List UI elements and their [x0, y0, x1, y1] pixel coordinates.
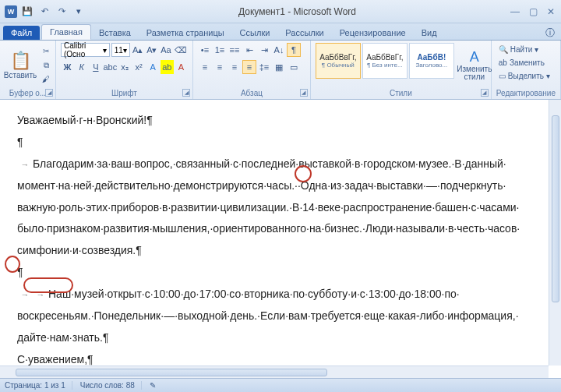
- style-no-spacing[interactable]: АаБбВвГг, ¶ Без инте...: [362, 43, 408, 79]
- numbering-icon[interactable]: 1≡: [213, 43, 227, 57]
- para-body-2[interactable]: →→Наш·музей·открыт·с·10:00·до·17:00·со·в…: [17, 284, 544, 305]
- style-preview: АаБбВвГг,: [366, 53, 403, 62]
- tab-file[interactable]: Файл: [3, 26, 40, 40]
- tab-home[interactable]: Главная: [41, 24, 91, 40]
- replace-label: Заменить: [510, 58, 545, 67]
- highlight-icon[interactable]: ab: [161, 60, 174, 74]
- align-left-icon[interactable]: ≡: [198, 60, 212, 74]
- clear-format-icon[interactable]: ⌫: [174, 43, 188, 57]
- indent-icon[interactable]: ⇥: [257, 43, 271, 57]
- tab-page-layout[interactable]: Разметка страницы: [139, 26, 232, 40]
- clipboard-dialog-launcher[interactable]: ◢: [45, 89, 53, 97]
- group-font: Calibri (Осно ▾ 11 ▾ A▴ A▾ Aa ⌫ Ж К Ч ab…: [56, 41, 193, 99]
- group-editing: 🔍Найти ▾ abЗаменить ▭Выделить ▾ Редактир…: [492, 41, 561, 99]
- save-icon[interactable]: 💾: [20, 5, 34, 19]
- font-dialog-launcher[interactable]: ◢: [182, 89, 190, 97]
- para-body-1[interactable]: →Благодарим·за·ваш·вопрос,·связанный·с·п…: [17, 154, 544, 175]
- para-body-1d[interactable]: было·признаком·развития·мышления,·ориент…: [17, 219, 544, 239]
- vscroll-thumb[interactable]: [552, 115, 559, 302]
- undo-icon[interactable]: ↶: [37, 5, 51, 19]
- subscript-button[interactable]: x₂: [118, 60, 131, 74]
- group-clipboard: 📋 Вставить ✂ ⧉ 🖌 Буфер о... ◢: [0, 41, 56, 99]
- qat-dropdown-icon[interactable]: ▾: [72, 5, 86, 19]
- styles-gallery[interactable]: АаБбВвГг, ¶ Обычный АаБбВвГг, ¶ Без инте…: [316, 43, 454, 79]
- annotation-circle-2: [5, 256, 20, 273]
- para-body-1e[interactable]: симфонии·и·созвездия.¶: [17, 241, 544, 261]
- align-justify-icon[interactable]: ≡: [242, 60, 256, 74]
- maximize-button[interactable]: ▢: [527, 6, 539, 17]
- grow-font-icon[interactable]: A▴: [132, 43, 144, 57]
- status-page[interactable]: Страница: 1 из 1: [5, 381, 72, 390]
- copy-icon[interactable]: ⧉: [39, 59, 53, 72]
- minimize-button[interactable]: —: [509, 6, 521, 17]
- hscroll-thumb[interactable]: [16, 369, 327, 376]
- paste-button[interactable]: 📋 Вставить: [5, 43, 36, 87]
- show-marks-icon[interactable]: ¶: [287, 43, 301, 57]
- para-empty-1[interactable]: ¶: [17, 132, 544, 153]
- para-body-2b[interactable]: воскресеньям.·Понедельник·—·выходной·ден…: [17, 306, 544, 327]
- window-title: Документ1 - Microsoft Word: [86, 6, 509, 17]
- group-font-label: Шрифт: [61, 87, 188, 97]
- shading-icon[interactable]: ▦: [272, 60, 286, 74]
- font-size-combo[interactable]: 11 ▾: [111, 43, 130, 57]
- select-button[interactable]: ▭Выделить ▾: [496, 69, 556, 82]
- find-button[interactable]: 🔍Найти ▾: [496, 43, 556, 55]
- change-styles-icon: A: [470, 49, 479, 65]
- style-heading1[interactable]: АаБбВ! Заголово...: [409, 43, 454, 79]
- document-area[interactable]: Уважаемый·г-н·Вронский!¶ ¶ →Благодарим·з…: [0, 100, 561, 378]
- change-styles-button[interactable]: A Изменить стили: [457, 43, 492, 87]
- outdent-icon[interactable]: ⇤: [242, 43, 256, 57]
- bold-button[interactable]: Ж: [61, 60, 74, 74]
- tab-references[interactable]: Ссылки: [232, 26, 278, 40]
- style-normal[interactable]: АаБбВвГг, ¶ Обычный: [316, 43, 361, 79]
- tab-view[interactable]: Вид: [414, 26, 445, 40]
- font-name-combo[interactable]: Calibri (Осно ▾: [61, 43, 110, 57]
- tab-mailings[interactable]: Рассылки: [277, 26, 331, 40]
- multilevel-icon[interactable]: ≡≡: [228, 43, 242, 57]
- tab-review[interactable]: Рецензирование: [332, 26, 414, 40]
- ribbon-minimize-icon[interactable]: ⓘ: [545, 26, 555, 40]
- styles-dialog-launcher[interactable]: ◢: [481, 89, 489, 97]
- quick-access-toolbar: W 💾 ↶ ↷ ▾: [5, 5, 86, 19]
- paragraph-dialog-launcher[interactable]: ◢: [300, 89, 308, 97]
- change-case-icon[interactable]: Aa: [160, 43, 172, 57]
- horizontal-scrollbar[interactable]: [0, 366, 549, 378]
- para-body-1c[interactable]: важную·роль·этих·приборов·в·развитии·цив…: [17, 198, 544, 218]
- superscript-button[interactable]: x²: [132, 60, 146, 74]
- close-button[interactable]: ✕: [545, 6, 556, 17]
- style-name: Заголово...: [415, 62, 447, 69]
- status-word-count[interactable]: Число слов: 88: [80, 381, 142, 390]
- text-line: Благодарим·за·ваш·вопрос,·связанный·с·по…: [33, 157, 506, 170]
- strike-button[interactable]: abc: [103, 60, 117, 74]
- select-label: Выделить: [508, 72, 544, 80]
- para-empty-2[interactable]: ¶: [17, 263, 544, 283]
- para-body-2c[interactable]: дайте·нам·знать.¶: [17, 328, 544, 348]
- style-preview: АаБбВвГг,: [319, 53, 356, 62]
- font-color-icon[interactable]: A: [175, 60, 188, 74]
- para-greeting[interactable]: Уважаемый·г-н·Вронский!¶: [17, 111, 544, 131]
- borders-icon[interactable]: ▭: [287, 60, 301, 74]
- cut-icon[interactable]: ✂: [39, 45, 53, 58]
- para-body-1b[interactable]: момент·на·ней·действительно·демонстрирую…: [17, 176, 544, 196]
- text-effects-icon[interactable]: A: [146, 60, 160, 74]
- paste-label: Вставить: [4, 71, 37, 79]
- bullets-icon[interactable]: •≡: [198, 43, 212, 57]
- tab-insert[interactable]: Вставка: [91, 26, 139, 40]
- align-center-icon[interactable]: ≡: [213, 60, 227, 74]
- vertical-scrollbar[interactable]: [549, 100, 561, 366]
- italic-button[interactable]: К: [75, 60, 88, 74]
- text-line: Наш·музей·открыт·с·10:00·до·17:00·со·вто…: [48, 288, 460, 300]
- annotation-circle-1: [295, 165, 312, 182]
- style-preview: АаБбВ!: [417, 53, 446, 62]
- format-painter-icon[interactable]: 🖌: [39, 73, 53, 86]
- underline-button[interactable]: Ч: [89, 60, 102, 74]
- redo-icon[interactable]: ↷: [55, 5, 69, 19]
- sort-icon[interactable]: A↓: [272, 43, 286, 57]
- line-spacing-icon[interactable]: ‡≡: [257, 60, 271, 74]
- shrink-font-icon[interactable]: A▾: [146, 43, 158, 57]
- tab-mark: →: [17, 157, 33, 172]
- replace-button[interactable]: abЗаменить: [496, 56, 556, 69]
- align-right-icon[interactable]: ≡: [228, 60, 242, 74]
- status-proofing-icon[interactable]: ✎: [150, 381, 156, 390]
- document-body[interactable]: Уважаемый·г-н·Вронский!¶ ¶ →Благодарим·з…: [0, 100, 561, 378]
